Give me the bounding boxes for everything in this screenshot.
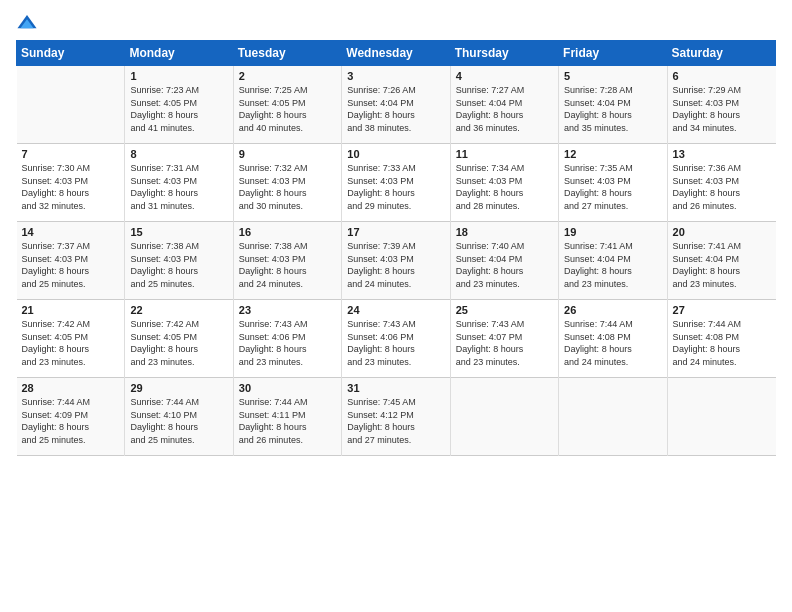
day-number: 2: [239, 70, 336, 82]
calendar-cell: 29Sunrise: 7:44 AM Sunset: 4:10 PM Dayli…: [125, 378, 233, 456]
calendar-cell: [17, 66, 125, 144]
day-number: 22: [130, 304, 227, 316]
main-container: SundayMondayTuesdayWednesdayThursdayFrid…: [0, 0, 792, 464]
header: [16, 10, 776, 34]
day-info: Sunrise: 7:28 AM Sunset: 4:04 PM Dayligh…: [564, 84, 661, 134]
col-header-wednesday: Wednesday: [342, 41, 450, 66]
calendar-cell: 4Sunrise: 7:27 AM Sunset: 4:04 PM Daylig…: [450, 66, 558, 144]
day-info: Sunrise: 7:41 AM Sunset: 4:04 PM Dayligh…: [673, 240, 771, 290]
calendar-cell: 1Sunrise: 7:23 AM Sunset: 4:05 PM Daylig…: [125, 66, 233, 144]
day-number: 17: [347, 226, 444, 238]
calendar-cell: 24Sunrise: 7:43 AM Sunset: 4:06 PM Dayli…: [342, 300, 450, 378]
col-header-tuesday: Tuesday: [233, 41, 341, 66]
day-number: 28: [22, 382, 120, 394]
calendar-cell: 18Sunrise: 7:40 AM Sunset: 4:04 PM Dayli…: [450, 222, 558, 300]
day-info: Sunrise: 7:32 AM Sunset: 4:03 PM Dayligh…: [239, 162, 336, 212]
calendar-cell: [667, 378, 775, 456]
day-number: 23: [239, 304, 336, 316]
day-info: Sunrise: 7:29 AM Sunset: 4:03 PM Dayligh…: [673, 84, 771, 134]
day-info: Sunrise: 7:43 AM Sunset: 4:06 PM Dayligh…: [347, 318, 444, 368]
day-number: 13: [673, 148, 771, 160]
calendar-cell: 31Sunrise: 7:45 AM Sunset: 4:12 PM Dayli…: [342, 378, 450, 456]
day-number: 19: [564, 226, 661, 238]
calendar-week-row: 28Sunrise: 7:44 AM Sunset: 4:09 PM Dayli…: [17, 378, 776, 456]
calendar-cell: 23Sunrise: 7:43 AM Sunset: 4:06 PM Dayli…: [233, 300, 341, 378]
day-info: Sunrise: 7:31 AM Sunset: 4:03 PM Dayligh…: [130, 162, 227, 212]
day-number: 11: [456, 148, 553, 160]
day-number: 30: [239, 382, 336, 394]
calendar-cell: 27Sunrise: 7:44 AM Sunset: 4:08 PM Dayli…: [667, 300, 775, 378]
day-number: 26: [564, 304, 661, 316]
calendar-cell: 28Sunrise: 7:44 AM Sunset: 4:09 PM Dayli…: [17, 378, 125, 456]
day-number: 9: [239, 148, 336, 160]
day-number: 4: [456, 70, 553, 82]
calendar-cell: 17Sunrise: 7:39 AM Sunset: 4:03 PM Dayli…: [342, 222, 450, 300]
day-info: Sunrise: 7:23 AM Sunset: 4:05 PM Dayligh…: [130, 84, 227, 134]
calendar-cell: 5Sunrise: 7:28 AM Sunset: 4:04 PM Daylig…: [559, 66, 667, 144]
calendar-cell: 22Sunrise: 7:42 AM Sunset: 4:05 PM Dayli…: [125, 300, 233, 378]
logo: [16, 14, 40, 34]
day-number: 25: [456, 304, 553, 316]
day-number: 16: [239, 226, 336, 238]
day-info: Sunrise: 7:25 AM Sunset: 4:05 PM Dayligh…: [239, 84, 336, 134]
day-number: 8: [130, 148, 227, 160]
day-info: Sunrise: 7:30 AM Sunset: 4:03 PM Dayligh…: [22, 162, 120, 212]
day-number: 24: [347, 304, 444, 316]
calendar-cell: 2Sunrise: 7:25 AM Sunset: 4:05 PM Daylig…: [233, 66, 341, 144]
day-info: Sunrise: 7:34 AM Sunset: 4:03 PM Dayligh…: [456, 162, 553, 212]
calendar-week-row: 7Sunrise: 7:30 AM Sunset: 4:03 PM Daylig…: [17, 144, 776, 222]
calendar-cell: 7Sunrise: 7:30 AM Sunset: 4:03 PM Daylig…: [17, 144, 125, 222]
day-number: 27: [673, 304, 771, 316]
calendar-cell: 9Sunrise: 7:32 AM Sunset: 4:03 PM Daylig…: [233, 144, 341, 222]
day-number: 15: [130, 226, 227, 238]
calendar-header-row: SundayMondayTuesdayWednesdayThursdayFrid…: [17, 41, 776, 66]
calendar-cell: 13Sunrise: 7:36 AM Sunset: 4:03 PM Dayli…: [667, 144, 775, 222]
day-info: Sunrise: 7:41 AM Sunset: 4:04 PM Dayligh…: [564, 240, 661, 290]
day-info: Sunrise: 7:26 AM Sunset: 4:04 PM Dayligh…: [347, 84, 444, 134]
calendar-cell: 21Sunrise: 7:42 AM Sunset: 4:05 PM Dayli…: [17, 300, 125, 378]
day-number: 1: [130, 70, 227, 82]
day-info: Sunrise: 7:42 AM Sunset: 4:05 PM Dayligh…: [22, 318, 120, 368]
day-info: Sunrise: 7:40 AM Sunset: 4:04 PM Dayligh…: [456, 240, 553, 290]
day-number: 6: [673, 70, 771, 82]
day-info: Sunrise: 7:44 AM Sunset: 4:10 PM Dayligh…: [130, 396, 227, 446]
day-number: 12: [564, 148, 661, 160]
day-info: Sunrise: 7:44 AM Sunset: 4:11 PM Dayligh…: [239, 396, 336, 446]
day-info: Sunrise: 7:38 AM Sunset: 4:03 PM Dayligh…: [130, 240, 227, 290]
calendar-cell: 11Sunrise: 7:34 AM Sunset: 4:03 PM Dayli…: [450, 144, 558, 222]
day-info: Sunrise: 7:43 AM Sunset: 4:06 PM Dayligh…: [239, 318, 336, 368]
col-header-thursday: Thursday: [450, 41, 558, 66]
day-info: Sunrise: 7:42 AM Sunset: 4:05 PM Dayligh…: [130, 318, 227, 368]
day-number: 20: [673, 226, 771, 238]
day-info: Sunrise: 7:27 AM Sunset: 4:04 PM Dayligh…: [456, 84, 553, 134]
calendar-cell: [450, 378, 558, 456]
day-number: 14: [22, 226, 120, 238]
day-info: Sunrise: 7:35 AM Sunset: 4:03 PM Dayligh…: [564, 162, 661, 212]
calendar-cell: 16Sunrise: 7:38 AM Sunset: 4:03 PM Dayli…: [233, 222, 341, 300]
calendar-cell: 30Sunrise: 7:44 AM Sunset: 4:11 PM Dayli…: [233, 378, 341, 456]
day-info: Sunrise: 7:38 AM Sunset: 4:03 PM Dayligh…: [239, 240, 336, 290]
calendar-cell: 8Sunrise: 7:31 AM Sunset: 4:03 PM Daylig…: [125, 144, 233, 222]
calendar-cell: 15Sunrise: 7:38 AM Sunset: 4:03 PM Dayli…: [125, 222, 233, 300]
day-number: 5: [564, 70, 661, 82]
calendar-cell: [559, 378, 667, 456]
day-info: Sunrise: 7:36 AM Sunset: 4:03 PM Dayligh…: [673, 162, 771, 212]
day-number: 10: [347, 148, 444, 160]
day-number: 7: [22, 148, 120, 160]
day-number: 29: [130, 382, 227, 394]
calendar-table: SundayMondayTuesdayWednesdayThursdayFrid…: [16, 40, 776, 456]
calendar-week-row: 21Sunrise: 7:42 AM Sunset: 4:05 PM Dayli…: [17, 300, 776, 378]
day-number: 31: [347, 382, 444, 394]
calendar-week-row: 14Sunrise: 7:37 AM Sunset: 4:03 PM Dayli…: [17, 222, 776, 300]
col-header-friday: Friday: [559, 41, 667, 66]
calendar-cell: 12Sunrise: 7:35 AM Sunset: 4:03 PM Dayli…: [559, 144, 667, 222]
col-header-monday: Monday: [125, 41, 233, 66]
day-info: Sunrise: 7:33 AM Sunset: 4:03 PM Dayligh…: [347, 162, 444, 212]
col-header-sunday: Sunday: [17, 41, 125, 66]
calendar-cell: 20Sunrise: 7:41 AM Sunset: 4:04 PM Dayli…: [667, 222, 775, 300]
calendar-cell: 25Sunrise: 7:43 AM Sunset: 4:07 PM Dayli…: [450, 300, 558, 378]
calendar-cell: 19Sunrise: 7:41 AM Sunset: 4:04 PM Dayli…: [559, 222, 667, 300]
logo-icon: [16, 12, 38, 34]
day-info: Sunrise: 7:43 AM Sunset: 4:07 PM Dayligh…: [456, 318, 553, 368]
calendar-week-row: 1Sunrise: 7:23 AM Sunset: 4:05 PM Daylig…: [17, 66, 776, 144]
